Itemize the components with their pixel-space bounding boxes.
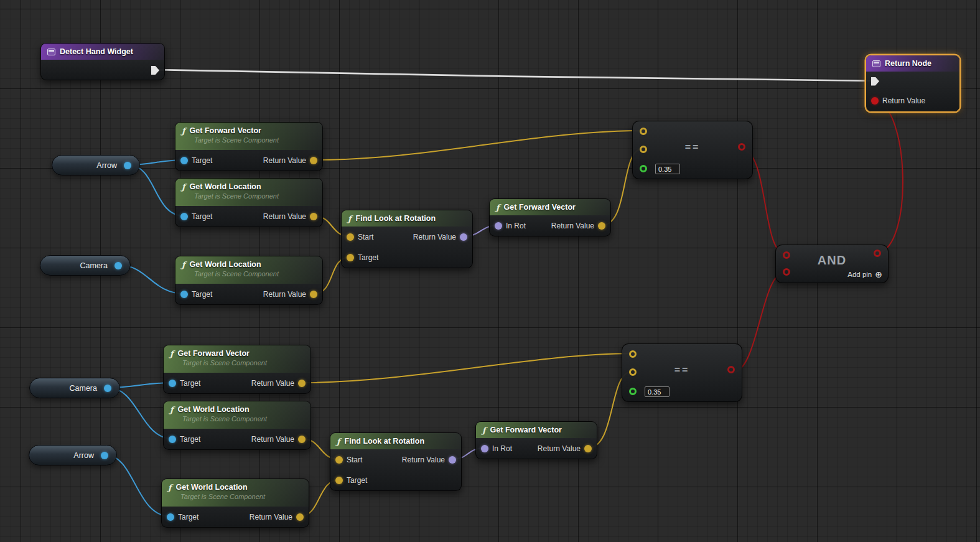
variable-node-camera[interactable]: Camera bbox=[40, 255, 131, 276]
variable-node-arrow[interactable]: Arrow bbox=[52, 155, 140, 175]
node-get-forward-vector-rot-1[interactable]: ƒ Get Forward Vector In Rot Return Value bbox=[489, 199, 611, 236]
node-get-world-location-3[interactable]: ƒ Get World Location Target is Scene Com… bbox=[163, 401, 311, 450]
node-header[interactable]: ƒ Get World Location Target is Scene Com… bbox=[175, 179, 322, 206]
target-pin[interactable] bbox=[180, 213, 188, 220]
pin-label: Return Value bbox=[538, 444, 581, 453]
return-value-pin[interactable] bbox=[310, 291, 317, 298]
return-value-pin[interactable] bbox=[460, 233, 467, 241]
return-node[interactable]: Return Node Return Value bbox=[866, 55, 960, 112]
node-header[interactable]: ƒ Get Forward Vector bbox=[476, 422, 597, 438]
in-rot-pin[interactable] bbox=[495, 222, 502, 230]
nearly-equal-node-1[interactable]: == bbox=[632, 121, 753, 179]
pin-label: Target bbox=[192, 212, 212, 221]
node-title: Get World Location bbox=[190, 182, 261, 192]
node-get-forward-vector-rot-2[interactable]: ƒ Get Forward Vector In Rot Return Value bbox=[475, 421, 597, 459]
node-header[interactable]: ƒ Get World Location Target is Scene Com… bbox=[175, 256, 322, 284]
node-subtitle: Target is Scene Component bbox=[182, 358, 304, 368]
event-node-detect-hand-widget[interactable]: Detect Hand Widget bbox=[40, 43, 165, 80]
return-value-pin[interactable] bbox=[310, 213, 317, 220]
wire-vector[interactable] bbox=[314, 131, 643, 160]
target-pin[interactable] bbox=[169, 380, 176, 387]
node-title: Get Forward Vector bbox=[190, 126, 261, 136]
function-icon: ƒ bbox=[482, 426, 486, 434]
error-tolerance-pin[interactable] bbox=[640, 165, 647, 172]
return-value-pin[interactable] bbox=[449, 456, 456, 464]
add-pin-button[interactable]: Add pin ⊕ bbox=[847, 270, 882, 279]
pin-label: Return Value bbox=[402, 456, 445, 464]
and-input-2-pin[interactable] bbox=[783, 268, 790, 276]
return-value-pin[interactable] bbox=[296, 513, 304, 521]
target-pin[interactable] bbox=[169, 436, 176, 443]
variable-out-pin[interactable] bbox=[114, 262, 122, 269]
node-header[interactable]: ƒ Find Look at Rotation bbox=[342, 210, 472, 227]
node-header[interactable]: ƒ Find Look at Rotation bbox=[330, 433, 461, 449]
wire-exec[interactable] bbox=[156, 70, 875, 81]
return-value-pin[interactable] bbox=[310, 157, 317, 164]
node-subtitle: Target is Scene Component bbox=[194, 136, 316, 145]
error-tolerance-pin[interactable] bbox=[629, 388, 637, 395]
node-header[interactable]: Return Node bbox=[866, 55, 959, 72]
variable-out-pin[interactable] bbox=[104, 385, 111, 392]
return-value-pin[interactable] bbox=[871, 97, 879, 105]
equals-operator: == bbox=[633, 142, 752, 153]
function-icon: ƒ bbox=[170, 406, 174, 414]
variable-node-arrow[interactable]: Arrow bbox=[29, 445, 117, 465]
event-icon bbox=[47, 49, 55, 55]
node-get-forward-vector-2[interactable]: ƒ Get Forward Vector Target is Scene Com… bbox=[163, 345, 311, 394]
wire-vector[interactable] bbox=[302, 353, 632, 383]
node-get-forward-vector-1[interactable]: ƒ Get Forward Vector Target is Scene Com… bbox=[175, 122, 323, 171]
node-get-world-location-2[interactable]: ƒ Get World Location Target is Scene Com… bbox=[175, 256, 323, 305]
node-header[interactable]: ƒ Get Forward Vector bbox=[490, 199, 610, 215]
node-find-look-at-rotation-1[interactable]: ƒ Find Look at Rotation Start Return Val… bbox=[341, 210, 473, 268]
function-icon: ƒ bbox=[182, 261, 185, 269]
node-title: Get World Location bbox=[190, 259, 261, 269]
node-find-look-at-rotation-2[interactable]: ƒ Find Look at Rotation Start Return Val… bbox=[330, 432, 462, 491]
result-pin[interactable] bbox=[738, 143, 745, 151]
result-pin[interactable] bbox=[727, 366, 735, 373]
function-icon: ƒ bbox=[496, 203, 500, 212]
target-pin[interactable] bbox=[167, 513, 174, 521]
target-pin[interactable] bbox=[347, 254, 354, 261]
node-title: Find Look at Rotation bbox=[345, 436, 424, 446]
return-value-pin[interactable] bbox=[298, 380, 306, 387]
node-header[interactable]: ƒ Get Forward Vector Target is Scene Com… bbox=[175, 123, 322, 150]
variable-out-pin[interactable] bbox=[124, 162, 131, 169]
exec-out-pin[interactable] bbox=[151, 66, 159, 75]
return-value-pin[interactable] bbox=[298, 436, 306, 443]
input-a-pin[interactable] bbox=[629, 350, 637, 358]
node-title: Find Look at Rotation bbox=[356, 213, 436, 223]
start-pin[interactable] bbox=[347, 233, 354, 241]
variable-out-pin[interactable] bbox=[101, 452, 108, 459]
error-tolerance-input[interactable] bbox=[655, 164, 680, 174]
pin-label: Return Value bbox=[250, 513, 292, 521]
node-get-world-location-1[interactable]: ƒ Get World Location Target is Scene Com… bbox=[175, 178, 323, 227]
node-header[interactable]: ƒ Get Forward Vector Target is Scene Com… bbox=[164, 345, 310, 373]
exec-in-pin[interactable] bbox=[871, 77, 879, 86]
node-header[interactable]: ƒ Get World Location Target is Scene Com… bbox=[164, 401, 310, 429]
nearly-equal-node-2[interactable]: == bbox=[622, 343, 742, 402]
node-title: Get World Location bbox=[178, 404, 250, 414]
in-rot-pin[interactable] bbox=[481, 445, 488, 452]
target-pin[interactable] bbox=[180, 291, 188, 298]
function-icon: ƒ bbox=[182, 183, 185, 191]
pin-label: Return Value bbox=[263, 156, 306, 165]
pin-label: Target bbox=[192, 290, 212, 299]
wire-bool[interactable] bbox=[875, 100, 903, 253]
target-pin[interactable] bbox=[335, 477, 343, 484]
and-result-pin[interactable] bbox=[874, 250, 881, 257]
return-value-pin[interactable] bbox=[598, 222, 605, 230]
return-value-pin[interactable] bbox=[584, 445, 592, 452]
node-header[interactable]: ƒ Get World Location Target is Scene Com… bbox=[162, 479, 309, 507]
error-tolerance-input[interactable] bbox=[645, 386, 670, 397]
node-header[interactable]: Detect Hand Widget bbox=[41, 44, 164, 60]
variable-label: Camera bbox=[80, 261, 108, 270]
and-node[interactable]: AND Add pin ⊕ bbox=[775, 245, 889, 283]
start-pin[interactable] bbox=[335, 456, 343, 464]
pin-label: Target bbox=[180, 435, 200, 444]
function-icon: ƒ bbox=[337, 437, 340, 446]
variable-node-camera[interactable]: Camera bbox=[29, 378, 120, 398]
target-pin[interactable] bbox=[180, 157, 188, 164]
blueprint-graph-canvas[interactable]: Detect Hand Widget Return Node Return Va… bbox=[0, 0, 980, 542]
input-a-pin[interactable] bbox=[640, 128, 647, 135]
node-get-world-location-4[interactable]: ƒ Get World Location Target is Scene Com… bbox=[161, 479, 309, 528]
